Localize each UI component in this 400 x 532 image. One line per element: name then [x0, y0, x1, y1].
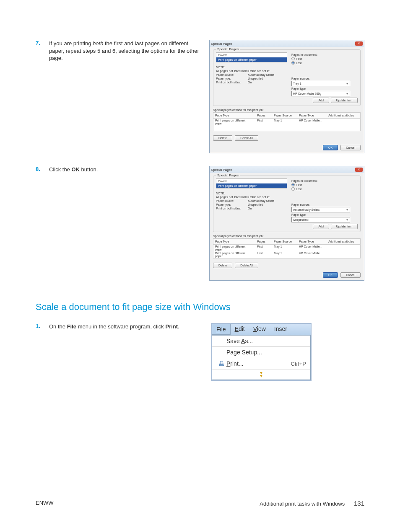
list-item[interactable]: Covers [216, 53, 287, 57]
close-icon[interactable]: ✕ [355, 41, 363, 46]
column-header: Pages [255, 240, 272, 243]
cancel-button[interactable]: Cancel [340, 145, 361, 150]
ok-button[interactable]: OK [323, 272, 338, 278]
paper-source-label: Paper source: [291, 203, 358, 206]
text-emphasis: both [93, 40, 103, 46]
cell: Print pages on different paper [213, 245, 255, 251]
radio-first[interactable]: First [291, 183, 358, 186]
select-value: Tray 1 [293, 82, 301, 85]
paper-type-select[interactable]: Unspecified▼ [291, 217, 350, 222]
table-row[interactable]: Print pages on different paper First Tra… [213, 119, 360, 125]
delete-all-button[interactable]: Delete All [235, 263, 258, 268]
step-number: 1. [36, 323, 49, 329]
menu-view[interactable]: View [249, 324, 270, 335]
kv-label: Paper type: [216, 203, 244, 206]
table-body[interactable]: Print pages on different paper First Tra… [213, 245, 361, 258]
column-header: Pages [255, 114, 272, 117]
select-value: HP Cover Matte 200g [293, 92, 321, 95]
cancel-button[interactable]: Cancel [340, 272, 361, 278]
radio-first[interactable]: First [291, 57, 358, 60]
file-dropdown: Save As... Page Setup... 🖶 Print... Ctrl… [212, 335, 311, 380]
menu-bar: File Edit View Inser [212, 324, 311, 335]
list-item[interactable]: Print pages on different paper [216, 183, 287, 188]
delete-button[interactable]: Delete [213, 263, 232, 268]
section-heading: Scale a document to fit page size with W… [36, 302, 364, 312]
text-fragment: Click the [49, 166, 71, 173]
column-header: Additional attributes [327, 240, 360, 243]
column-header: Additional attributes [327, 114, 360, 117]
expand-icon: ▾▾ [260, 372, 262, 377]
paper-source-select[interactable]: Tray 1▼ [291, 81, 350, 86]
step-number: 8. [36, 166, 49, 172]
add-button[interactable]: Add [313, 98, 329, 103]
radio-last[interactable]: Last [291, 61, 358, 65]
kv-value: On [248, 81, 252, 84]
menu-save-as[interactable]: Save As... [212, 336, 310, 347]
column-header: Paper Source [272, 114, 297, 117]
file-menu-screenshot: File Edit View Inser Save As... Page Set… [211, 323, 312, 381]
printer-icon: 🖶 [216, 360, 226, 367]
table-body[interactable]: Print pages on different paper First Tra… [213, 119, 361, 131]
text-fragment: . [178, 323, 179, 330]
menu-expand[interactable]: ▾▾ [212, 369, 310, 380]
delete-all-button[interactable]: Delete All [235, 135, 258, 141]
special-pages-dialog: Special Pages ✕ Special Pages Covers Pri… [209, 166, 364, 281]
cell [327, 245, 360, 251]
paper-type-label: Paper type: [291, 213, 358, 216]
dialog-title: Special Pages [211, 42, 232, 46]
text-fragment: If you are printing [49, 40, 93, 46]
menu-item-label: Save As... [226, 338, 306, 344]
special-pages-list[interactable]: Covers Print pages on different paper [216, 178, 287, 189]
cell: HP Cover Matte... [297, 251, 327, 258]
text-fragment: button. [80, 166, 98, 173]
cell: HP Cover Matte... [297, 245, 327, 251]
menu-file[interactable]: File [212, 324, 231, 335]
kv-value: Automatically Select [248, 199, 274, 202]
chevron-down-icon: ▼ [346, 209, 348, 211]
ok-button[interactable]: OK [323, 145, 338, 150]
cell [327, 119, 360, 125]
menu-page-setup[interactable]: Page Setup... [212, 347, 310, 358]
list-item[interactable]: Covers [216, 179, 287, 183]
cell: Tray 1 [272, 251, 297, 258]
select-value: Automatically Select [293, 208, 319, 211]
paper-type-select[interactable]: HP Cover Matte 200g▼ [291, 91, 350, 96]
close-icon[interactable]: ✕ [355, 168, 363, 172]
cell: Last [255, 251, 272, 258]
column-header: Paper Source [272, 240, 297, 243]
text-fragment: menu in the software program, click [76, 323, 165, 330]
cell: First [255, 119, 272, 125]
chevron-down-icon: ▼ [346, 219, 348, 221]
special-pages-list[interactable]: Covers Print pages on different paper [216, 52, 287, 62]
update-item-button[interactable]: Update Item [331, 98, 358, 103]
table-row[interactable]: Print pages on different paper Last Tray… [213, 251, 360, 258]
menu-print[interactable]: 🖶 Print... Ctrl+P [212, 358, 310, 369]
radio-label: First [296, 57, 302, 60]
menu-insert[interactable]: Inser [270, 324, 291, 335]
delete-button[interactable]: Delete [213, 135, 232, 141]
step-number: 7. [36, 40, 49, 46]
kv-label: Print on both sides: [216, 207, 244, 210]
radio-label: Last [296, 188, 301, 191]
radio-label: Last [296, 62, 301, 65]
kv-value: Automatically Select [248, 73, 274, 76]
column-header: Page Type [213, 114, 255, 117]
table-row[interactable]: Print pages on different paper First Tra… [213, 245, 360, 251]
kv-label: Paper type: [216, 77, 244, 80]
add-button[interactable]: Add [313, 224, 329, 229]
radio-last[interactable]: Last [291, 187, 358, 191]
list-item[interactable]: Print pages on different paper [216, 57, 287, 62]
table-header: Page Type Pages Paper Source Paper Type … [213, 112, 361, 119]
cell: First [255, 245, 272, 251]
footer-right: Additional print tasks with Windows 131 [260, 500, 364, 507]
paper-source-select[interactable]: Automatically Select▼ [291, 207, 350, 212]
pages-in-doc-label: Pages in document: [291, 179, 358, 182]
shortcut-label: Ctrl+P [291, 361, 306, 367]
update-item-button[interactable]: Update Item [331, 224, 358, 229]
note-title: NOTE: [216, 66, 287, 69]
cell: Tray 1 [272, 245, 297, 251]
chevron-down-icon: ▼ [346, 83, 348, 85]
defined-label: Special pages defined for this print job… [213, 108, 361, 111]
menu-edit[interactable]: Edit [231, 324, 249, 335]
column-header: Paper Type [297, 114, 327, 117]
